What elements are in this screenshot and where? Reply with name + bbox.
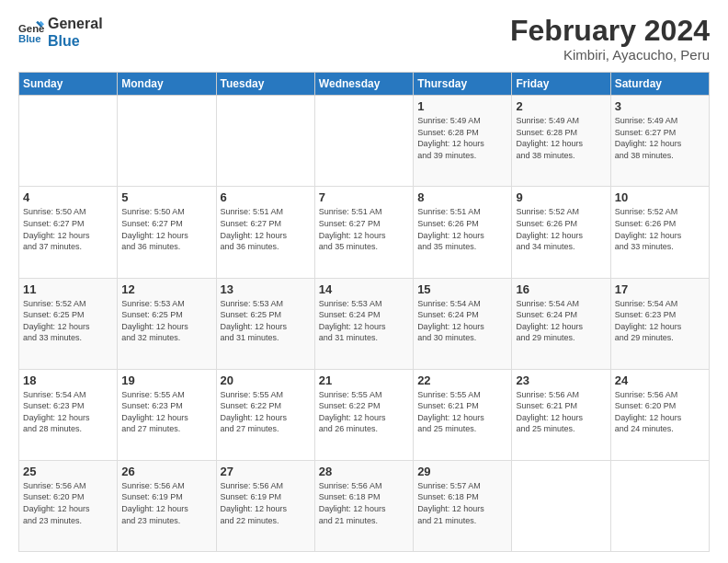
calendar-cell [19,96,118,187]
day-number: 11 [23,282,113,296]
calendar-cell [512,460,610,551]
page: General Blue General Blue February 2024 … [0,0,728,563]
calendar-cell: 8Sunrise: 5:51 AM Sunset: 6:26 PM Daylig… [414,187,512,278]
calendar-cell: 12Sunrise: 5:53 AM Sunset: 6:25 PM Dayli… [118,278,216,369]
day-number: 25 [23,465,113,478]
day-number: 10 [615,190,705,204]
day-number: 24 [615,373,705,387]
day-number: 20 [221,373,311,387]
calendar-cell: 6Sunrise: 5:51 AM Sunset: 6:27 PM Daylig… [216,187,314,278]
col-header-tuesday: Tuesday [216,73,314,96]
day-info: Sunrise: 5:56 AM Sunset: 6:19 PM Dayligh… [221,480,311,526]
day-info: Sunrise: 5:56 AM Sunset: 6:18 PM Dayligh… [319,480,409,526]
day-info: Sunrise: 5:49 AM Sunset: 6:28 PM Dayligh… [516,115,606,161]
calendar-cell: 4Sunrise: 5:50 AM Sunset: 6:27 PM Daylig… [19,187,118,278]
day-info: Sunrise: 5:56 AM Sunset: 6:20 PM Dayligh… [23,480,113,526]
calendar-cell: 16Sunrise: 5:54 AM Sunset: 6:24 PM Dayli… [512,278,610,369]
calendar-cell: 3Sunrise: 5:49 AM Sunset: 6:27 PM Daylig… [610,96,709,187]
calendar-cell: 1Sunrise: 5:49 AM Sunset: 6:28 PM Daylig… [414,96,512,187]
day-info: Sunrise: 5:54 AM Sunset: 6:23 PM Dayligh… [23,389,113,435]
day-number: 3 [615,99,705,113]
day-number: 12 [121,282,211,296]
day-number: 19 [121,373,211,387]
title-block: February 2024 Kimbiri, Ayacucho, Peru [510,15,710,63]
day-info: Sunrise: 5:49 AM Sunset: 6:28 PM Dayligh… [417,115,507,161]
day-number: 15 [417,282,507,296]
day-info: Sunrise: 5:56 AM Sunset: 6:20 PM Dayligh… [615,389,705,435]
logo-line2: Blue [48,32,103,50]
day-info: Sunrise: 5:49 AM Sunset: 6:27 PM Dayligh… [615,115,705,161]
calendar-cell: 29Sunrise: 5:57 AM Sunset: 6:18 PM Dayli… [414,460,512,551]
calendar-cell: 10Sunrise: 5:52 AM Sunset: 6:26 PM Dayli… [610,187,709,278]
calendar-cell: 25Sunrise: 5:56 AM Sunset: 6:20 PM Dayli… [19,460,118,551]
calendar-cell [118,96,216,187]
calendar-cell: 9Sunrise: 5:52 AM Sunset: 6:26 PM Daylig… [512,187,610,278]
day-number: 21 [319,373,409,387]
header-row: SundayMondayTuesdayWednesdayThursdayFrid… [19,73,710,96]
calendar-cell: 22Sunrise: 5:55 AM Sunset: 6:21 PM Dayli… [414,369,512,460]
logo: General Blue General Blue [18,15,103,50]
day-info: Sunrise: 5:54 AM Sunset: 6:24 PM Dayligh… [417,298,507,344]
day-number: 6 [221,190,311,204]
day-info: Sunrise: 5:54 AM Sunset: 6:24 PM Dayligh… [516,298,606,344]
col-header-thursday: Thursday [414,73,512,96]
day-info: Sunrise: 5:51 AM Sunset: 6:27 PM Dayligh… [221,206,311,252]
header: General Blue General Blue February 2024 … [18,15,710,63]
day-number: 5 [121,190,211,204]
calendar-cell: 23Sunrise: 5:56 AM Sunset: 6:21 PM Dayli… [512,369,610,460]
week-row-0: 1Sunrise: 5:49 AM Sunset: 6:28 PM Daylig… [19,96,710,187]
calendar-cell: 5Sunrise: 5:50 AM Sunset: 6:27 PM Daylig… [118,187,216,278]
day-number: 4 [23,190,113,204]
col-header-sunday: Sunday [19,73,118,96]
week-row-3: 18Sunrise: 5:54 AM Sunset: 6:23 PM Dayli… [19,369,710,460]
col-header-wednesday: Wednesday [314,73,413,96]
week-row-4: 25Sunrise: 5:56 AM Sunset: 6:20 PM Dayli… [19,460,710,551]
day-info: Sunrise: 5:53 AM Sunset: 6:25 PM Dayligh… [221,298,311,344]
day-number: 27 [221,465,311,478]
page-title: February 2024 [510,15,710,47]
calendar-cell: 11Sunrise: 5:52 AM Sunset: 6:25 PM Dayli… [19,278,118,369]
day-info: Sunrise: 5:53 AM Sunset: 6:25 PM Dayligh… [121,298,211,344]
day-info: Sunrise: 5:55 AM Sunset: 6:22 PM Dayligh… [319,389,409,435]
day-number: 14 [319,282,409,296]
day-info: Sunrise: 5:50 AM Sunset: 6:27 PM Dayligh… [23,206,113,252]
day-info: Sunrise: 5:55 AM Sunset: 6:22 PM Dayligh… [221,389,311,435]
calendar-cell: 28Sunrise: 5:56 AM Sunset: 6:18 PM Dayli… [314,460,413,551]
day-info: Sunrise: 5:55 AM Sunset: 6:23 PM Dayligh… [121,389,211,435]
calendar-cell: 24Sunrise: 5:56 AM Sunset: 6:20 PM Dayli… [610,369,709,460]
calendar-cell: 17Sunrise: 5:54 AM Sunset: 6:23 PM Dayli… [610,278,709,369]
logo-icon: General Blue [18,19,44,45]
day-info: Sunrise: 5:52 AM Sunset: 6:26 PM Dayligh… [516,206,606,252]
day-number: 9 [516,190,606,204]
day-number: 23 [516,373,606,387]
calendar-cell: 15Sunrise: 5:54 AM Sunset: 6:24 PM Dayli… [414,278,512,369]
col-header-monday: Monday [118,73,216,96]
day-number: 2 [516,99,606,113]
calendar-cell: 27Sunrise: 5:56 AM Sunset: 6:19 PM Dayli… [216,460,314,551]
day-info: Sunrise: 5:56 AM Sunset: 6:21 PM Dayligh… [516,389,606,435]
calendar-cell: 7Sunrise: 5:51 AM Sunset: 6:27 PM Daylig… [314,187,413,278]
day-number: 1 [417,99,507,113]
calendar-cell [216,96,314,187]
day-info: Sunrise: 5:52 AM Sunset: 6:25 PM Dayligh… [23,298,113,344]
page-subtitle: Kimbiri, Ayacucho, Peru [510,47,710,63]
calendar-cell: 14Sunrise: 5:53 AM Sunset: 6:24 PM Dayli… [314,278,413,369]
day-info: Sunrise: 5:55 AM Sunset: 6:21 PM Dayligh… [417,389,507,435]
day-number: 26 [121,465,211,478]
day-number: 22 [417,373,507,387]
day-info: Sunrise: 5:53 AM Sunset: 6:24 PM Dayligh… [319,298,409,344]
calendar-cell: 21Sunrise: 5:55 AM Sunset: 6:22 PM Dayli… [314,369,413,460]
day-info: Sunrise: 5:51 AM Sunset: 6:27 PM Dayligh… [319,206,409,252]
day-info: Sunrise: 5:52 AM Sunset: 6:26 PM Dayligh… [615,206,705,252]
calendar-cell [610,460,709,551]
calendar-cell: 18Sunrise: 5:54 AM Sunset: 6:23 PM Dayli… [19,369,118,460]
day-info: Sunrise: 5:57 AM Sunset: 6:18 PM Dayligh… [417,480,507,526]
calendar-cell: 13Sunrise: 5:53 AM Sunset: 6:25 PM Dayli… [216,278,314,369]
week-row-1: 4Sunrise: 5:50 AM Sunset: 6:27 PM Daylig… [19,187,710,278]
day-number: 8 [417,190,507,204]
day-number: 7 [319,190,409,204]
day-info: Sunrise: 5:56 AM Sunset: 6:19 PM Dayligh… [121,480,211,526]
calendar-table: SundayMondayTuesdayWednesdayThursdayFrid… [18,72,710,552]
calendar-cell: 19Sunrise: 5:55 AM Sunset: 6:23 PM Dayli… [118,369,216,460]
day-info: Sunrise: 5:51 AM Sunset: 6:26 PM Dayligh… [417,206,507,252]
